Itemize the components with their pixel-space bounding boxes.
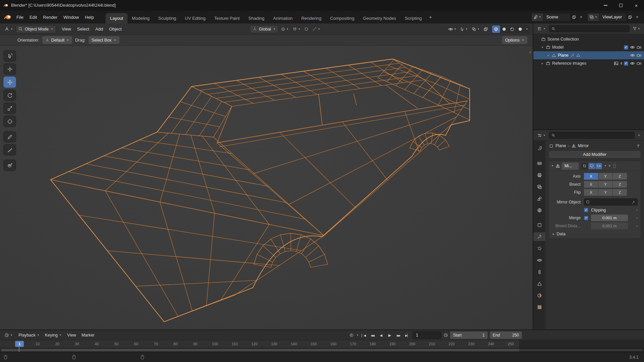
- workspace-tab[interactable]: Rendering: [297, 13, 326, 23]
- frame-tick-label[interactable]: 250: [505, 342, 517, 346]
- scene-browse-button[interactable]: [532, 13, 543, 21]
- frame-tick-label[interactable]: 20: [52, 342, 63, 346]
- viewport-menu-item[interactable]: Object: [106, 25, 125, 33]
- animate-dot-icon[interactable]: •: [635, 216, 638, 220]
- timeline-editor-button[interactable]: [3, 332, 14, 339]
- shading-solid-button[interactable]: [500, 25, 508, 33]
- jump-to-end-button[interactable]: [403, 331, 411, 339]
- frame-tick-label[interactable]: 140: [288, 342, 300, 346]
- object-visibility-button[interactable]: [447, 25, 458, 33]
- frame-tick-label[interactable]: 50: [111, 342, 122, 346]
- bisect-toggle[interactable]: X: [584, 181, 598, 188]
- tool-measure[interactable]: [3, 144, 16, 156]
- jump-to-start-button[interactable]: [360, 331, 368, 339]
- menu-item[interactable]: File: [13, 13, 26, 21]
- animate-dot-icon[interactable]: •: [635, 224, 638, 228]
- shading-options-button[interactable]: [524, 25, 530, 33]
- options-dropdown[interactable]: Options: [502, 36, 527, 44]
- viewlayer-browse-button[interactable]: [588, 13, 599, 21]
- sidebar-collapse-handle[interactable]: ‹: [529, 49, 531, 55]
- workspace-tab[interactable]: UV Editing: [180, 13, 210, 23]
- breadcrumb-modifier[interactable]: Mirror: [578, 143, 589, 148]
- tab-particles[interactable]: [534, 244, 544, 253]
- outliner-filter-button[interactable]: [631, 25, 642, 33]
- timeline-menu-item[interactable]: Keying: [42, 331, 64, 339]
- frame-tick-label[interactable]: 110: [229, 342, 240, 346]
- viewport-canvas[interactable]: ‹: [0, 46, 533, 329]
- disclosure-closed-icon[interactable]: ▸: [547, 54, 550, 57]
- outliner-row-model[interactable]: ▾ Model: [533, 43, 644, 51]
- disclosure-closed-icon[interactable]: ▸: [541, 62, 544, 65]
- hide-eye-toggle[interactable]: [630, 62, 635, 65]
- playhead-line[interactable]: [19, 347, 19, 352]
- previous-keyframe-button[interactable]: [368, 331, 376, 339]
- frame-tick-label[interactable]: 10: [32, 342, 43, 346]
- viewlayer-name-field[interactable]: ViewLayer: [599, 15, 626, 19]
- maximize-button[interactable]: [613, 0, 629, 11]
- next-keyframe-button[interactable]: [394, 331, 402, 339]
- eyedropper-icon[interactable]: [632, 200, 636, 204]
- workspace-tab[interactable]: Layout: [106, 13, 127, 23]
- tool-transform[interactable]: [3, 116, 16, 127]
- outliner-editor-button[interactable]: [536, 25, 547, 32]
- tab-tool[interactable]: [534, 144, 544, 153]
- tab-render[interactable]: [534, 159, 544, 168]
- shading-wireframe-button[interactable]: [492, 25, 500, 33]
- tab-material[interactable]: [534, 291, 544, 300]
- frame-tick-label[interactable]: 170: [347, 342, 359, 346]
- merge-threshold-field[interactable]: 0.001 m: [591, 215, 628, 221]
- timeline-menu-item[interactable]: Marker: [79, 331, 97, 339]
- add-workspace-button[interactable]: +: [426, 12, 435, 22]
- snap-toggle-button[interactable]: [291, 25, 302, 33]
- edit-mode-display-toggle[interactable]: [581, 163, 588, 169]
- blender-menu-button[interactable]: [3, 14, 13, 20]
- animate-dot-icon[interactable]: •: [635, 208, 638, 212]
- drag-dropdown[interactable]: Select Box: [89, 36, 119, 44]
- end-frame-field[interactable]: End 250: [490, 331, 522, 339]
- merge-checkbox[interactable]: [584, 216, 588, 220]
- new-scene-button[interactable]: [571, 13, 578, 21]
- workspace-tab[interactable]: Scripting: [400, 13, 426, 23]
- proportional-editing-button[interactable]: [303, 25, 310, 33]
- menu-item[interactable]: Help: [82, 13, 97, 21]
- car-wireframe-mesh[interactable]: [0, 46, 533, 329]
- tool-rotate[interactable]: [3, 89, 16, 101]
- editor-type-button[interactable]: [3, 25, 15, 33]
- proportional-falloff-button[interactable]: [311, 25, 322, 33]
- data-section-toggle[interactable]: Data: [549, 230, 641, 237]
- frame-tick-label[interactable]: 70: [150, 342, 162, 346]
- menu-item[interactable]: Render: [40, 13, 60, 21]
- start-frame-field[interactable]: Start 1: [450, 331, 488, 339]
- axis-toggle[interactable]: X: [584, 173, 598, 180]
- tool-scale[interactable]: [3, 103, 16, 114]
- show-overlays-button[interactable]: [470, 25, 481, 33]
- frame-tick-label[interactable]: 60: [130, 342, 142, 346]
- current-frame-field[interactable]: 1: [413, 331, 441, 339]
- bisect-toggle[interactable]: Z: [613, 181, 627, 188]
- flip-toggle[interactable]: Z: [613, 189, 627, 196]
- hide-eye-toggle[interactable]: [630, 54, 635, 57]
- tab-texture[interactable]: [534, 303, 544, 311]
- frame-tick-label[interactable]: 180: [367, 342, 378, 346]
- collection-checkbox[interactable]: [624, 45, 628, 50]
- menu-item[interactable]: Edit: [26, 13, 40, 21]
- transform-orientation-selector[interactable]: Global: [250, 25, 278, 33]
- frame-tick-label[interactable]: 190: [387, 342, 398, 346]
- workspace-tab[interactable]: Texture Paint: [210, 13, 244, 23]
- workspace-tab[interactable]: Geometry Nodes: [359, 13, 400, 23]
- tab-physics[interactable]: [534, 256, 544, 264]
- flip-toggle[interactable]: X: [584, 189, 598, 196]
- tab-object[interactable]: [534, 221, 544, 229]
- play-reverse-button[interactable]: [377, 331, 385, 339]
- viewport-menu-item[interactable]: Add: [92, 25, 106, 33]
- minimize-button[interactable]: [598, 0, 613, 11]
- frame-tick-label[interactable]: 210: [426, 342, 438, 346]
- frame-tick-label[interactable]: 100: [209, 342, 221, 346]
- outliner-search-input[interactable]: [549, 25, 630, 32]
- tool-move[interactable]: [3, 76, 16, 88]
- close-button[interactable]: ×: [629, 0, 644, 11]
- add-modifier-button[interactable]: Add Modifier: [548, 150, 641, 159]
- workspace-tab[interactable]: Modeling: [127, 13, 154, 23]
- tab-world[interactable]: [534, 206, 544, 215]
- drag-handle-icon[interactable]: [613, 164, 616, 168]
